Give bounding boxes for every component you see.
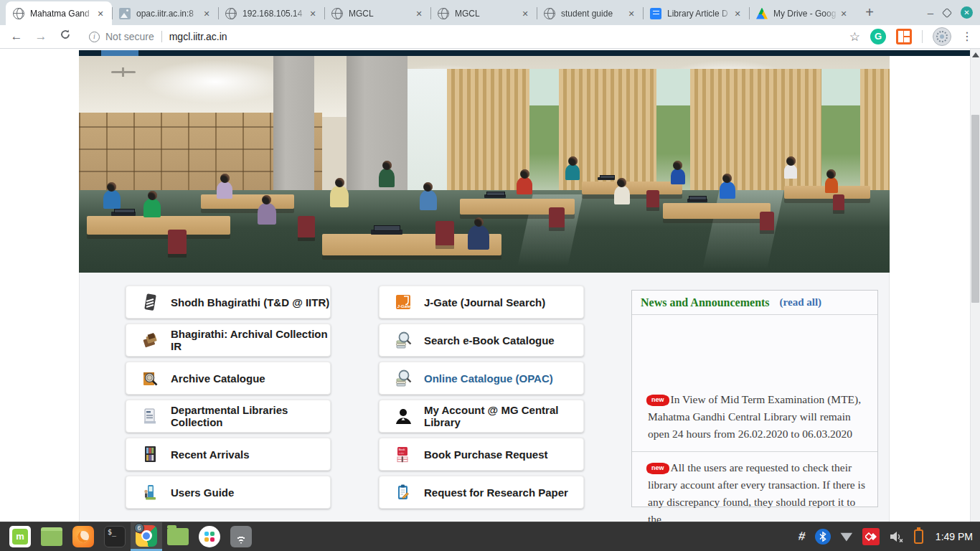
tab-my-drive[interactable]: My Drive - Goog ✕ (749, 1, 855, 25)
link-research-paper-request[interactable]: Request for Research Paper (379, 476, 584, 509)
tab-mahatma-gandhi[interactable]: Mahatma Gand ✕ (6, 1, 112, 25)
news-text: All the users are requested to check the… (648, 461, 865, 522)
read-all-link[interactable]: (read all) (780, 296, 821, 309)
link-label: Shodh Bhagirathi (T&D @ IITR) (171, 296, 329, 309)
files-launcher[interactable] (162, 522, 194, 551)
link-users-guide[interactable]: Users Guide (126, 476, 331, 509)
show-desktop-button[interactable] (36, 522, 67, 551)
tab-mgcl-1[interactable]: MGCL ✕ (324, 1, 430, 25)
navbar-active-item[interactable] (101, 50, 138, 56)
bluetooth-icon[interactable] (815, 529, 831, 545)
new-badge: new (648, 463, 668, 474)
tab-title: Library Article D (667, 9, 732, 19)
volume-muted-icon[interactable] (889, 529, 905, 544)
link-archival-collection[interactable]: Bhagirathi: Archival Collection IR (126, 324, 331, 357)
battery-icon[interactable] (914, 529, 923, 544)
anydesk-icon[interactable] (862, 528, 880, 545)
tab-title: MGCL (349, 9, 413, 19)
slack-tray-icon[interactable]: # (798, 529, 806, 544)
tab-opac[interactable]: opac.iitr.ac.in:8 ✕ (112, 1, 218, 25)
terminal-launcher[interactable]: $_ (99, 522, 131, 551)
browser-menu-icon[interactable]: ⋮ (961, 32, 973, 42)
layout-extension-icon[interactable] (896, 29, 912, 44)
forward-button[interactable]: → (32, 27, 50, 46)
link-label: J-Gate (Journal Search) (424, 296, 545, 309)
network-tool-launcher[interactable] (225, 522, 257, 551)
globe-favicon (331, 8, 343, 19)
link-label: My Account @ MG Central Library (424, 404, 583, 428)
chrome-window-button[interactable]: 6 (131, 522, 162, 551)
svg-text:Book: Book (399, 448, 405, 451)
scrollbar-thumb[interactable] (971, 115, 979, 303)
tab-close-icon[interactable]: ✕ (838, 8, 849, 19)
close-window-button[interactable]: ✕ (961, 6, 973, 19)
tab-mgcl-2[interactable]: MGCL ✕ (430, 1, 537, 25)
link-archive-catalogue[interactable]: Archive Catalogue (126, 362, 331, 395)
link-recent-arrivals[interactable]: Recent Arrivals (126, 438, 331, 471)
tab-close-icon[interactable]: ✕ (732, 8, 743, 19)
link-label: Archive Catalogue (171, 372, 265, 385)
profile-avatar[interactable] (933, 27, 951, 46)
library-photo (79, 56, 890, 273)
news-title: News and Announcements (641, 296, 770, 309)
info-icon[interactable]: i (89, 32, 100, 42)
globe-favicon (13, 8, 24, 19)
network-signal-icon[interactable] (840, 532, 853, 542)
security-label: Not secure (105, 31, 154, 42)
screen: Mahatma Gand ✕ opac.iitr.ac.in:8 ✕ 192.1… (0, 0, 980, 551)
tab-close-icon[interactable]: ✕ (519, 8, 531, 19)
thesis-book-icon (141, 293, 159, 311)
department-building-icon (141, 407, 159, 425)
back-button[interactable]: ← (7, 27, 26, 46)
mint-menu-button[interactable]: m (4, 522, 36, 551)
news-text: In View of Mid Term Examination (MTE), M… (648, 393, 861, 440)
book-search-icon (394, 331, 413, 349)
link-book-purchase[interactable]: Bookorder Book Purchase Request (379, 438, 584, 471)
new-tab-button[interactable]: + (859, 3, 880, 23)
link-label: Search e-Book Catalogue (424, 334, 555, 347)
tab-close-icon[interactable]: ✕ (95, 8, 106, 19)
tab-title: student guide (561, 9, 626, 19)
taskbar-clock: 1:49 PM (936, 531, 973, 542)
bookshelf-icon (141, 445, 159, 463)
link-shodh-bhagirathi[interactable]: Shodh Bhagirathi (T&D @ IITR) (126, 286, 331, 319)
link-opac[interactable]: Online Catalogue (OPAC) (379, 362, 584, 395)
tab-close-icon[interactable]: ✕ (201, 8, 212, 19)
tab-library-article[interactable]: Library Article D ✕ (643, 1, 749, 25)
bookmark-star-icon[interactable]: ☆ (849, 29, 860, 44)
tab-title: Mahatma Gand (30, 9, 95, 19)
tab-student-guide[interactable]: student guide ✕ (537, 1, 643, 25)
link-label: Bhagirathi: Archival Collection IR (171, 328, 330, 352)
tab-title: MGCL (455, 9, 519, 19)
purchase-form-icon: Bookorder (394, 445, 413, 463)
scroll-up-arrow[interactable] (972, 52, 979, 57)
grammarly-extension-icon[interactable]: G (870, 29, 886, 44)
terminal-icon: $_ (104, 526, 126, 547)
folder-icon (167, 528, 189, 545)
firefox-icon (72, 526, 94, 547)
refresh-button[interactable] (56, 27, 75, 46)
minimize-button[interactable]: – (928, 9, 933, 17)
link-ebook-catalogue[interactable]: Search e-Book Catalogue (379, 324, 584, 357)
link-label: Departmental Libraries Collection (171, 404, 330, 428)
windows-with-blinds (403, 69, 890, 190)
link-label: Recent Arrivals (171, 448, 250, 461)
tab-ip-address[interactable]: 192.168.105.14 ✕ (218, 1, 324, 25)
tab-title: My Drive - Goog (773, 9, 838, 19)
tab-close-icon[interactable]: ✕ (307, 8, 319, 19)
globe-favicon (225, 8, 237, 19)
page-scrollbar[interactable] (970, 49, 980, 522)
slack-launcher[interactable] (194, 522, 225, 551)
tab-close-icon[interactable]: ✕ (626, 8, 637, 19)
tab-close-icon[interactable]: ✕ (413, 8, 425, 19)
restore-button[interactable] (942, 7, 952, 17)
firefox-launcher[interactable] (67, 522, 99, 551)
web-page: Shodh Bhagirathi (T&D @ IITR) Bhagirathi… (0, 49, 980, 522)
link-my-account[interactable]: My Account @ MG Central Library (379, 400, 584, 433)
globe-favicon (544, 8, 555, 19)
link-jgate[interactable]: J-Gate J-Gate (Journal Search) (379, 286, 584, 319)
browser-tab-strip: Mahatma Gand ✕ opac.iitr.ac.in:8 ✕ 192.1… (0, 0, 980, 25)
link-label: Users Guide (171, 486, 234, 499)
address-bar[interactable]: i Not secure mgcl.iitr.ac.in (80, 27, 849, 47)
link-departmental-libraries[interactable]: Departmental Libraries Collection (126, 400, 331, 433)
